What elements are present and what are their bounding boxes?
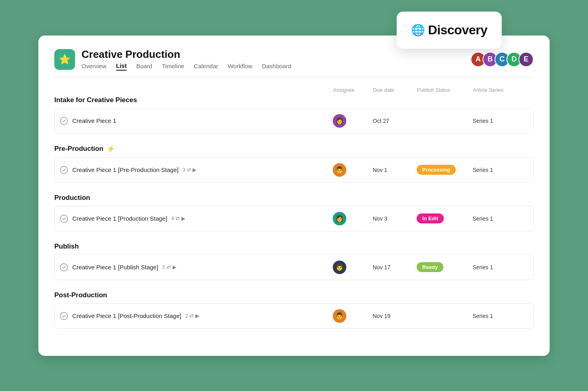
section-publish: Publish Creative Piece 1 [Publish Stage]… — [54, 243, 534, 280]
avatar: 👨 — [333, 261, 346, 274]
section-pre-production: Pre-Production ⚡ Creative Piece 1 [Pre-P… — [54, 145, 534, 183]
task-name: Creative Piece 1 [Pre-Production Stage] … — [60, 166, 333, 174]
col-task — [59, 87, 333, 93]
avatar: 👨 — [333, 309, 346, 323]
header-row: ⭐ Creative Production Overview List Boar… — [54, 48, 534, 71]
main-card: ⭐ Creative Production Overview List Boar… — [38, 36, 550, 356]
series-cell: Series 1 — [473, 118, 528, 124]
tab-dashboard[interactable]: Dashboard — [262, 63, 291, 70]
task-meta: 3 ⇄ ▶ — [183, 167, 197, 173]
task-name: Creative Piece 1 [Production Stage] 4 ⇄ … — [60, 214, 333, 223]
lightning-icon: ⚡ — [107, 145, 115, 153]
tab-calendar[interactable]: Calendar — [194, 63, 218, 70]
project-title: Creative Production — [81, 48, 291, 61]
check-circle-icon — [60, 312, 68, 320]
assignee-cell: 👨 — [333, 163, 373, 177]
status-cell: In Edit — [417, 213, 473, 223]
svg-point-4 — [60, 312, 68, 319]
task-name: Creative Piece 1 [Publish Stage] 5 ⇄ ▶ — [60, 263, 333, 272]
header-left: ⭐ Creative Production Overview List Boar… — [54, 48, 291, 71]
series-cell: Series 1 — [473, 264, 528, 271]
tab-workflow[interactable]: Workflow — [228, 63, 252, 70]
avatar: E — [518, 52, 534, 67]
status-badge-in-edit: In Edit — [417, 213, 444, 223]
svg-point-2 — [60, 215, 68, 222]
series-cell: Series 1 — [473, 313, 528, 319]
page-wrapper: 🌐 Discovery ⭐ Creative Production Overvi… — [38, 36, 550, 356]
task-row[interactable]: Creative Piece 1 [Publish Stage] 5 ⇄ ▶ 👨… — [54, 255, 534, 280]
status-badge-ready: Ready — [417, 262, 443, 272]
avatar: 👩 — [333, 212, 346, 225]
svg-point-1 — [60, 166, 68, 173]
tab-list[interactable]: List — [116, 62, 127, 71]
col-due-date: Due date — [373, 87, 417, 93]
discovery-globe-icon: 🌐 — [411, 24, 425, 37]
app-icon: ⭐ — [54, 49, 75, 70]
col-article-series: Article Series — [473, 87, 529, 93]
task-row[interactable]: Creative Piece 1 [Production Stage] 4 ⇄ … — [54, 206, 534, 231]
assignee-cell: 👩 — [333, 212, 373, 225]
tab-board[interactable]: Board — [136, 63, 152, 70]
discovery-title: Discovery — [428, 23, 487, 38]
avatar: 👨 — [333, 163, 346, 177]
section-production: Production Creative Piece 1 [Production … — [54, 194, 534, 231]
table-header: Assignee Due date Publish Status Article… — [54, 87, 534, 96]
task-row[interactable]: Creative Piece 1 👩 Oct 27 Series 1 — [54, 108, 534, 134]
section-intake-title: Intake for Creative Pieces — [54, 96, 534, 104]
team-avatars: A B C D E — [471, 52, 534, 67]
tab-overview[interactable]: Overview — [81, 63, 107, 70]
section-pre-production-title: Pre-Production ⚡ — [54, 145, 534, 153]
section-production-title: Production — [54, 194, 534, 202]
due-date-cell: Nov 17 — [373, 264, 417, 271]
series-cell: Series 1 — [473, 167, 528, 173]
col-assignee: Assignee — [333, 87, 373, 93]
task-meta: 2 ⇄ ▶ — [185, 313, 199, 319]
section-intake: Intake for Creative Pieces Creative Piec… — [54, 96, 534, 134]
assignee-cell: 👨 — [333, 309, 373, 323]
check-circle-icon — [60, 166, 68, 174]
task-meta: 4 ⇄ ▶ — [171, 215, 185, 221]
check-circle-icon — [60, 214, 68, 223]
svg-point-0 — [60, 117, 68, 124]
section-post-production: Post-Production Creative Piece 1 [Post-P… — [54, 291, 534, 329]
due-date-cell: Oct 27 — [373, 118, 417, 124]
status-cell: Ready — [417, 262, 473, 272]
task-row[interactable]: Creative Piece 1 [Pre-Production Stage] … — [54, 157, 534, 183]
due-date-cell: Nov 1 — [373, 167, 417, 173]
title-nav: Creative Production Overview List Board … — [81, 48, 291, 71]
assignee-cell: 👩 — [333, 114, 373, 128]
series-cell: Series 1 — [473, 215, 528, 222]
status-cell: Processing — [417, 165, 473, 175]
col-publish-status: Publish Status — [417, 87, 473, 93]
due-date-cell: Nov 3 — [373, 215, 417, 222]
task-name: Creative Piece 1 [Post-Production Stage]… — [60, 312, 333, 320]
nav-tabs: Overview List Board Timeline Calendar Wo… — [81, 62, 291, 71]
star-icon: ⭐ — [59, 54, 71, 65]
task-meta: 5 ⇄ ▶ — [162, 264, 176, 270]
tab-timeline[interactable]: Timeline — [162, 63, 184, 70]
svg-point-3 — [60, 263, 68, 271]
header-divider — [54, 77, 534, 77]
check-circle-icon — [60, 117, 68, 125]
task-row[interactable]: Creative Piece 1 [Post-Production Stage]… — [54, 303, 534, 329]
section-post-production-title: Post-Production — [54, 291, 534, 299]
status-badge-processing: Processing — [417, 165, 456, 175]
assignee-cell: 👨 — [333, 261, 373, 274]
avatar: 👩 — [333, 114, 346, 128]
task-name: Creative Piece 1 — [60, 117, 333, 125]
check-circle-icon — [60, 263, 68, 272]
discovery-card: 🌐 Discovery — [397, 12, 502, 49]
section-publish-title: Publish — [54, 243, 534, 251]
due-date-cell: Nov 19 — [373, 313, 417, 319]
